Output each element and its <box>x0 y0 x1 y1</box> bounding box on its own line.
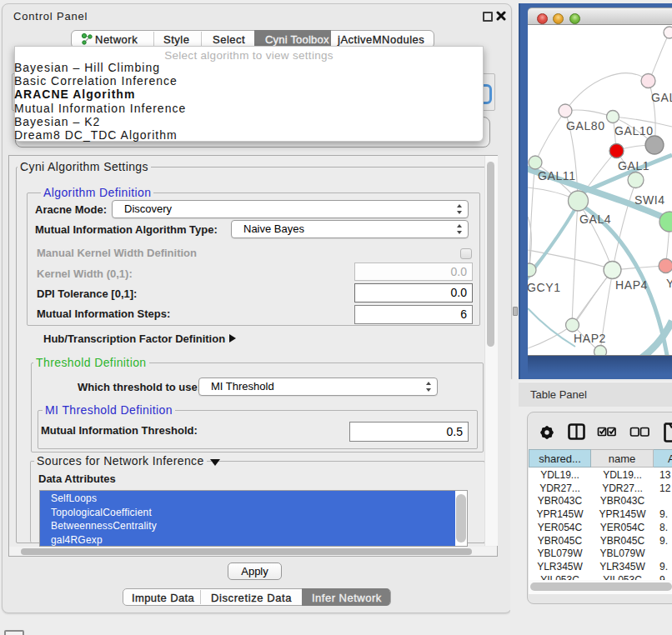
svg-text:SWI4: SWI4 <box>634 193 665 207</box>
svg-text:Y: Y <box>666 277 672 290</box>
svg-text:GAL1: GAL1 <box>618 159 649 172</box>
svg-text:GAL80: GAL80 <box>566 119 605 132</box>
svg-text:GAL4: GAL4 <box>579 212 611 226</box>
svg-text:HAP2: HAP2 <box>574 332 606 345</box>
svg-text:GAL10: GAL10 <box>614 124 654 138</box>
svg-text:HAP4: HAP4 <box>615 278 648 292</box>
svg-text:GCY1: GCY1 <box>528 281 561 294</box>
svg-text:GAL11: GAL11 <box>538 169 576 182</box>
svg-text:GAL7: GAL7 <box>651 91 672 104</box>
